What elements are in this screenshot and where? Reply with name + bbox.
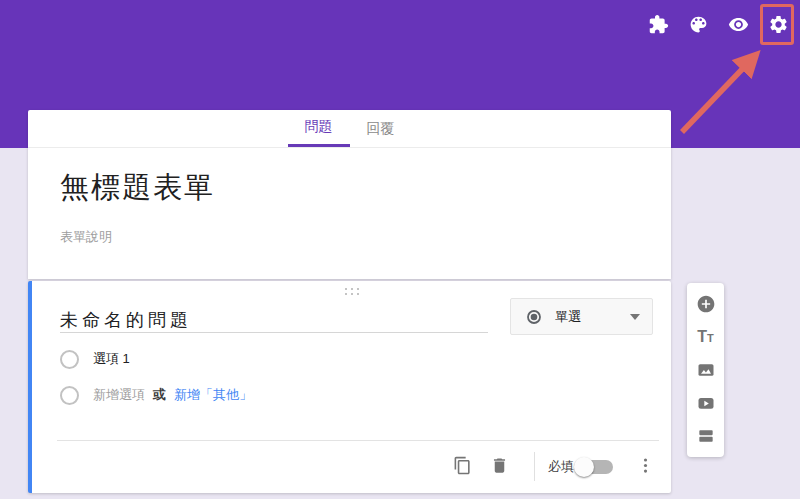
tab-responses[interactable]: 回覆	[350, 110, 412, 147]
annotation-highlight-box	[760, 4, 794, 45]
form-description-input[interactable]: 表單說明	[60, 228, 112, 246]
add-video-button[interactable]	[694, 391, 718, 415]
side-toolbar: TT	[687, 283, 724, 457]
trash-icon	[490, 456, 509, 475]
add-question-button[interactable]	[694, 292, 718, 316]
section-icon	[696, 426, 716, 446]
image-icon	[696, 360, 716, 380]
required-toggle[interactable]	[577, 460, 613, 474]
add-circle-icon	[696, 294, 716, 314]
form-header-card: 問題 回覆 無標題表單 表單說明	[28, 110, 671, 279]
more-options-button[interactable]	[633, 453, 657, 477]
text-title-icon: TT	[697, 328, 714, 346]
preview-button[interactable]	[726, 12, 750, 36]
add-option-placeholder[interactable]: 新增選項	[93, 386, 145, 404]
delete-button[interactable]	[487, 453, 511, 477]
palette-icon	[688, 14, 709, 35]
video-icon	[696, 393, 716, 413]
required-label: 必填	[548, 458, 574, 476]
footer-vertical-divider	[534, 452, 535, 481]
duplicate-button[interactable]	[450, 453, 474, 477]
question-footer-divider	[57, 440, 659, 441]
tab-responses-label: 回覆	[367, 120, 395, 138]
add-other-link[interactable]: 新增「其他」	[174, 386, 252, 404]
option-row-1: 選項 1	[60, 347, 130, 371]
add-option-row: 新增選項 或 新增「其他」	[60, 383, 252, 407]
radio-button-icon	[525, 308, 543, 326]
toggle-thumb	[574, 457, 594, 477]
copy-icon	[453, 456, 472, 475]
theme-button[interactable]	[686, 12, 710, 36]
question-type-dropdown[interactable]: 單選	[510, 298, 653, 335]
question-card: 未命名的問題 單選 選項 1 新增選項 或 新增「其他」 必填	[28, 281, 671, 493]
question-type-label: 單選	[555, 308, 581, 326]
eye-icon	[728, 14, 749, 35]
option-1-radio-icon[interactable]	[60, 350, 79, 369]
tab-bar: 問題 回覆	[28, 110, 671, 148]
tab-questions-label: 問題	[305, 118, 333, 136]
add-title-text-button[interactable]: TT	[694, 325, 718, 349]
form-title-input[interactable]: 無標題表單	[60, 168, 215, 208]
add-option-conjunction: 或	[153, 386, 166, 404]
add-option-radio-icon	[60, 386, 79, 405]
tab-questions[interactable]: 問題	[288, 110, 350, 147]
add-section-button[interactable]	[694, 424, 718, 448]
drag-handle-icon[interactable]	[345, 288, 359, 295]
option-1-label[interactable]: 選項 1	[93, 350, 130, 368]
add-image-button[interactable]	[694, 358, 718, 382]
puzzle-icon	[648, 14, 669, 35]
question-title-input[interactable]: 未命名的問題	[60, 309, 488, 333]
chevron-down-icon	[630, 314, 640, 320]
add-ons-button[interactable]	[646, 12, 670, 36]
more-vert-icon	[636, 456, 655, 475]
